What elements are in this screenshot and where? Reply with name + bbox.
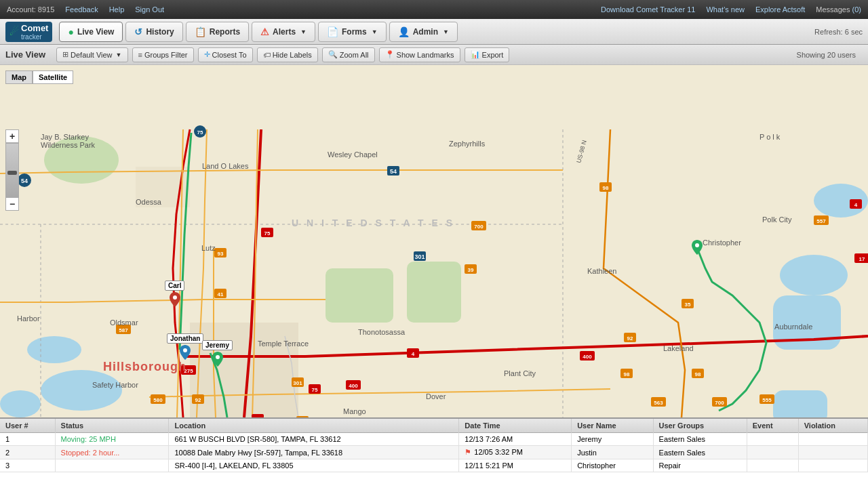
hide-labels-button[interactable]: 🏷 Hide Labels bbox=[257, 47, 318, 62]
logo-box: ☄ Comet tracker bbox=[5, 22, 52, 42]
svg-text:400: 400 bbox=[583, 354, 592, 360]
forms-dropdown-arrow: ▼ bbox=[372, 28, 378, 35]
svg-text:92: 92 bbox=[195, 397, 201, 403]
svg-text:98: 98 bbox=[603, 185, 609, 191]
map-container[interactable]: 54 75 54 301 75 275 4 400 400 93 41 587 … bbox=[0, 65, 868, 417]
cell-violation bbox=[798, 459, 867, 472]
alerts-dropdown-arrow: ▼ bbox=[300, 28, 307, 35]
groups-filter-icon: ≡ bbox=[138, 51, 142, 59]
default-view-button[interactable]: ⊞ Default View ▼ bbox=[56, 47, 127, 62]
tab-forms[interactable]: 📄 Forms ▼ bbox=[318, 22, 387, 42]
tab-live-view[interactable]: ● Live View bbox=[59, 22, 123, 42]
svg-text:93: 93 bbox=[218, 251, 224, 257]
table-header-row: User # Status Location Date Time User Na… bbox=[0, 419, 868, 433]
table-row[interactable]: 1 Moving: 25 MPH 661 W BUSCH BLVD [SR-58… bbox=[0, 433, 868, 446]
cell-datetime: 12/11 5:21 PM bbox=[459, 459, 572, 472]
cell-violation bbox=[798, 446, 867, 459]
zoom-handle[interactable] bbox=[7, 171, 17, 175]
svg-point-89 bbox=[173, 295, 177, 300]
svg-text:75: 75 bbox=[264, 230, 271, 236]
tab-alerts[interactable]: ⚠ Alerts ▼ bbox=[252, 22, 315, 42]
refresh-label: Refresh: 6 sec bbox=[814, 28, 863, 36]
table-row[interactable]: 3 SR-400 [I-4], LAKELAND, FL 33805 12/11… bbox=[0, 459, 868, 472]
show-landmarks-icon: 📍 bbox=[385, 50, 395, 59]
messages-label[interactable]: Messages (0) bbox=[816, 5, 861, 14]
tab-reports[interactable]: 📋 Reports bbox=[186, 22, 249, 42]
svg-text:400: 400 bbox=[349, 383, 358, 389]
explore-link[interactable]: Explore Actsoft bbox=[755, 5, 805, 14]
tab-history[interactable]: ↺ History bbox=[125, 22, 182, 42]
top-bar-left: Account: 8915 Feedback Help Sign Out bbox=[7, 5, 164, 14]
svg-text:98: 98 bbox=[624, 371, 630, 377]
help-link[interactable]: Help bbox=[109, 5, 125, 14]
table-body: 1 Moving: 25 MPH 661 W BUSCH BLVD [SR-58… bbox=[0, 433, 868, 472]
svg-rect-4 bbox=[773, 390, 827, 417]
tracker-pin-jonathan[interactable]: Jonathan bbox=[167, 333, 203, 360]
cell-location: 10088 Dale Mabry Hwy [Sr-597], Tampa, FL… bbox=[169, 446, 459, 459]
svg-text:587: 587 bbox=[119, 327, 128, 333]
cell-violation bbox=[798, 433, 867, 446]
zoom-in-button[interactable]: + bbox=[5, 129, 19, 143]
groups-filter-button[interactable]: ≡ Groups Filter bbox=[132, 47, 194, 62]
zoom-out-button[interactable]: − bbox=[5, 197, 19, 211]
pin-jonathan-icon bbox=[180, 345, 191, 360]
logo-comet: Comet bbox=[21, 23, 48, 33]
toolbar: Live View ⊞ Default View ▼ ≡ Groups Filt… bbox=[0, 45, 868, 65]
map-button[interactable]: Map bbox=[5, 70, 33, 84]
svg-text:75: 75 bbox=[197, 129, 203, 136]
tab-admin[interactable]: 👤 Admin ▼ bbox=[389, 22, 458, 42]
svg-rect-10 bbox=[407, 262, 461, 323]
svg-rect-9 bbox=[326, 268, 393, 323]
svg-text:700: 700 bbox=[715, 400, 724, 406]
svg-text:275: 275 bbox=[184, 368, 193, 374]
cell-status: Stopped: 2 hour... bbox=[55, 446, 169, 459]
download-link[interactable]: Download Comet Tracker 11 bbox=[601, 5, 695, 14]
svg-point-1 bbox=[41, 370, 122, 411]
col-header-user-groups: User Groups bbox=[653, 419, 747, 433]
col-header-location: Location bbox=[169, 419, 459, 433]
hide-labels-icon: 🏷 bbox=[263, 51, 271, 59]
svg-text:557: 557 bbox=[816, 218, 826, 224]
cell-event bbox=[747, 433, 798, 446]
svg-rect-82 bbox=[296, 416, 309, 417]
col-header-violation: Violation bbox=[798, 419, 867, 433]
cell-user-num: 3 bbox=[0, 459, 55, 472]
table-row[interactable]: 2 Stopped: 2 hour... 10088 Dale Mabry Hw… bbox=[0, 446, 868, 459]
cell-user-num: 2 bbox=[0, 446, 55, 459]
export-button[interactable]: 📊 Export bbox=[465, 47, 510, 62]
default-view-icon: ⊞ bbox=[62, 50, 68, 59]
cell-username: Christopher bbox=[572, 459, 653, 472]
reports-icon: 📋 bbox=[195, 26, 206, 37]
sign-out-link[interactable]: Sign Out bbox=[135, 5, 164, 14]
cell-username: Justin bbox=[572, 446, 653, 459]
cell-location: 661 W BUSCH BLVD [SR-580], TAMPA, FL 336… bbox=[169, 433, 459, 446]
cell-user-groups: Eastern Sales bbox=[653, 446, 747, 459]
zoom-slider[interactable] bbox=[5, 143, 19, 197]
svg-point-5 bbox=[780, 255, 848, 295]
svg-text:301: 301 bbox=[414, 253, 425, 260]
live-view-icon: ● bbox=[68, 26, 73, 37]
feedback-link[interactable]: Feedback bbox=[65, 5, 98, 14]
data-table: User # Status Location Date Time User Na… bbox=[0, 419, 868, 472]
cell-status bbox=[55, 459, 169, 472]
pin-carl-icon bbox=[170, 292, 180, 307]
admin-icon: 👤 bbox=[398, 26, 410, 37]
closest-to-button[interactable]: ✛ Closest To bbox=[198, 47, 253, 62]
tracker-pin-jeremy[interactable]: Jeremy bbox=[202, 340, 233, 367]
zoom-all-button[interactable]: 🔍 Zoom All bbox=[322, 47, 375, 62]
export-icon: 📊 bbox=[471, 50, 480, 59]
show-landmarks-button[interactable]: 📍 Show Landmarks bbox=[379, 47, 460, 62]
cell-user-num: 1 bbox=[0, 433, 55, 446]
whats-new-link[interactable]: What's new bbox=[706, 5, 745, 14]
cell-location: SR-400 [I-4], LAKELAND, FL 33805 bbox=[169, 459, 459, 472]
svg-point-2 bbox=[27, 336, 81, 363]
datetime-flag-icon: ⚑ bbox=[465, 448, 471, 456]
svg-rect-0 bbox=[0, 65, 868, 417]
tracker-pin-christopher[interactable] bbox=[692, 240, 703, 255]
satellite-button[interactable]: Satellite bbox=[33, 70, 73, 84]
messages-count: (0) bbox=[852, 5, 861, 14]
live-view-title: Live View bbox=[5, 49, 45, 60]
tracker-pin-carl[interactable]: Carl bbox=[165, 281, 184, 307]
top-bar: Account: 8915 Feedback Help Sign Out Dow… bbox=[0, 0, 868, 19]
pin-christopher-icon bbox=[692, 240, 703, 255]
